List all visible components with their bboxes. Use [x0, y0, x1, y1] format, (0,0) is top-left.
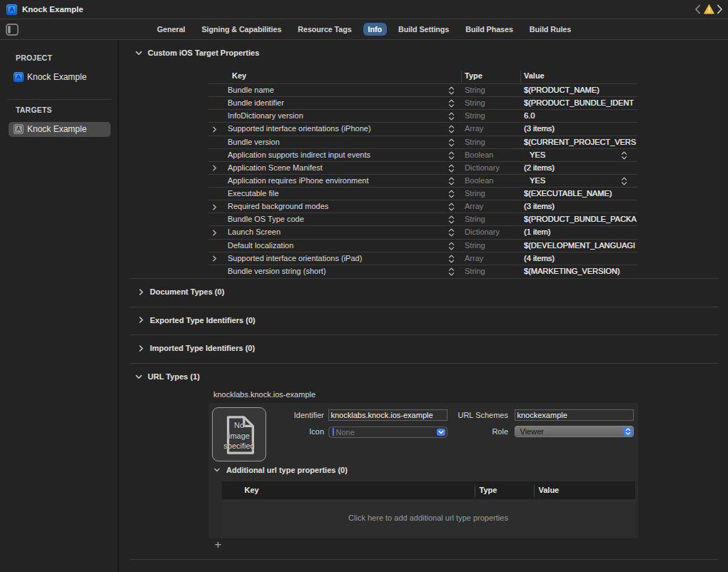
- property-value[interactable]: 6.0: [524, 110, 637, 122]
- section-custom-ios-target-properties[interactable]: Custom iOS Target Properties: [135, 48, 259, 57]
- stepper-icon[interactable]: [448, 86, 455, 95]
- disclosure-chevron-icon: [211, 204, 218, 210]
- property-value[interactable]: (2 items): [524, 162, 637, 174]
- property-value[interactable]: (3 items): [524, 200, 637, 213]
- property-row[interactable]: Bundle OS Type code String $(PRODUCT_BUN…: [208, 213, 637, 226]
- stepper-icon[interactable]: [448, 190, 455, 198]
- property-key: Launch Screen: [228, 226, 280, 238]
- property-row[interactable]: Supported interface orientations (iPad) …: [208, 252, 637, 265]
- section-url-types[interactable]: URL Types (1): [135, 372, 200, 381]
- property-row[interactable]: Supported interface orientations (iPhone…: [208, 123, 637, 136]
- stepper-icon[interactable]: [448, 255, 455, 263]
- stepper-icon[interactable]: [448, 177, 455, 185]
- info-editor-tabbar: GeneralSigning & CapabilitiesResource Ta…: [152, 19, 576, 39]
- property-value[interactable]: $(MARKETING_VERSION): [524, 265, 637, 277]
- identifier-field[interactable]: knocklabs.knock.ios-example: [328, 409, 448, 421]
- property-type: String: [465, 84, 485, 96]
- warning-icon[interactable]: [704, 4, 714, 14]
- property-row[interactable]: Application Scene Manifest Dictionary (2…: [208, 162, 637, 175]
- property-row[interactable]: Required background modes Array (3 items…: [208, 200, 637, 213]
- warning-triangle-glyph: [704, 4, 714, 14]
- property-type: String: [465, 265, 485, 277]
- property-value[interactable]: $(PRODUCT_NAME): [524, 84, 637, 96]
- section-exported-type-identifiers[interactable]: Exported Type Identifiers (0): [137, 316, 256, 325]
- tab-resource-tags[interactable]: Resource Tags: [293, 23, 356, 36]
- property-type: Boolean: [465, 149, 493, 161]
- property-row[interactable]: Launch Screen Dictionary (1 item): [208, 226, 637, 239]
- property-row[interactable]: Bundle name String $(PRODUCT_NAME): [208, 84, 637, 97]
- property-row[interactable]: Application requires iPhone environment …: [208, 175, 637, 188]
- tab-info[interactable]: Info: [363, 23, 387, 36]
- properties-table-rows: Bundle name String $(PRODUCT_NAME) Bundl…: [208, 84, 637, 278]
- tab-signing-capabilities[interactable]: Signing & Capabilities: [197, 23, 287, 36]
- property-value[interactable]: (4 items): [524, 252, 637, 265]
- sidebar-item-project[interactable]: Knock Example: [14, 72, 86, 82]
- stepper-icon[interactable]: [448, 203, 455, 211]
- stepper-icon[interactable]: [448, 112, 455, 121]
- property-row[interactable]: Application supports indirect input even…: [208, 149, 637, 162]
- section-separator: [130, 307, 719, 307]
- stepper-icon[interactable]: [448, 99, 455, 108]
- property-type: String: [465, 240, 485, 252]
- property-row[interactable]: Executable file String $(EXECUTABLE_NAME…: [208, 188, 637, 200]
- value-stepper-icon[interactable]: [621, 177, 627, 185]
- property-value[interactable]: $(DEVELOPMENT_LANGUAGI: [524, 240, 637, 252]
- stepper-icon[interactable]: [448, 267, 455, 276]
- tab-build-settings[interactable]: Build Settings: [393, 23, 454, 36]
- property-key: InfoDictionary version: [228, 110, 303, 122]
- value-stepper-icon[interactable]: [621, 151, 627, 160]
- additional-properties-disclosure[interactable]: Additional url type properties (0): [213, 466, 348, 474]
- tab-build-phases[interactable]: Build Phases: [460, 23, 518, 36]
- property-value[interactable]: $(PRODUCT_BUNDLE_PACKA: [524, 213, 637, 225]
- stepper-icon[interactable]: [448, 228, 455, 237]
- role-popup[interactable]: Viewer: [515, 426, 634, 437]
- stepper-icon[interactable]: [448, 215, 455, 224]
- property-row[interactable]: Bundle version string (short) String $(M…: [208, 265, 637, 278]
- property-value[interactable]: $(PRODUCT_BUNDLE_IDENT: [524, 97, 637, 109]
- property-key: Supported interface orientations (iPad): [228, 252, 362, 265]
- section-separator: [130, 363, 719, 364]
- target-icon: [14, 124, 24, 134]
- panel-toggle-glyph: [6, 24, 19, 36]
- stepper-icon[interactable]: [448, 151, 455, 160]
- section-separator: [130, 278, 719, 279]
- back-chevron-icon[interactable]: [694, 4, 701, 14]
- icon-combobox[interactable]: None: [328, 427, 448, 438]
- tab-build-rules[interactable]: Build Rules: [525, 23, 576, 36]
- stepper-icon[interactable]: [448, 138, 455, 147]
- property-value[interactable]: (3 items): [524, 123, 637, 135]
- stepper-icon[interactable]: [448, 164, 455, 173]
- property-key: Required background modes: [228, 200, 328, 213]
- sidebar-toggle-icon[interactable]: [6, 24, 19, 36]
- section-imported-type-identifiers[interactable]: Imported Type Identifiers (0): [137, 344, 255, 352]
- tab-general[interactable]: General: [152, 23, 191, 36]
- section-document-types[interactable]: Document Types (0): [137, 287, 224, 296]
- property-row[interactable]: InfoDictionary version String 6.0: [208, 110, 637, 123]
- additional-properties-title: Additional url type properties (0): [226, 466, 348, 474]
- property-key: Bundle version: [228, 136, 280, 148]
- stepper-icon[interactable]: [448, 125, 455, 133]
- url-type-image-well[interactable]: Noimagespecified: [212, 407, 266, 461]
- property-value[interactable]: $(CURRENT_PROJECT_VERS: [524, 136, 637, 148]
- combobox-button[interactable]: [437, 429, 445, 436]
- url-schemes-field[interactable]: knockexample: [515, 409, 634, 421]
- add-url-type-button[interactable]: +: [212, 539, 224, 551]
- property-key: Executable file: [228, 188, 279, 200]
- chevron-down-icon: [135, 49, 143, 57]
- property-row[interactable]: Bundle version String $(CURRENT_PROJECT_…: [208, 136, 637, 149]
- popup-button[interactable]: [624, 427, 633, 436]
- stepper-icon[interactable]: [448, 242, 455, 250]
- forward-chevron-icon[interactable]: [717, 4, 723, 14]
- sidebar-background: [0, 40, 118, 572]
- sidebar-item-target[interactable]: Knock Example: [14, 124, 86, 134]
- additional-table-empty-row[interactable]: Click here to add additional url type pr…: [222, 499, 635, 536]
- role-popup-value: Viewer: [520, 427, 544, 437]
- property-value[interactable]: (1 item): [524, 226, 637, 238]
- property-value[interactable]: $(EXECUTABLE_NAME): [524, 188, 637, 200]
- disclosure-chevron-icon: [211, 126, 218, 133]
- column-header-type: Type: [480, 486, 497, 494]
- property-row[interactable]: Default localization String $(DEVELOPMEN…: [208, 240, 637, 252]
- url-type-item-name: knocklabs.knock.ios-example: [213, 390, 315, 399]
- section-separator: [130, 559, 719, 560]
- property-row[interactable]: Bundle identifier String $(PRODUCT_BUNDL…: [208, 97, 637, 110]
